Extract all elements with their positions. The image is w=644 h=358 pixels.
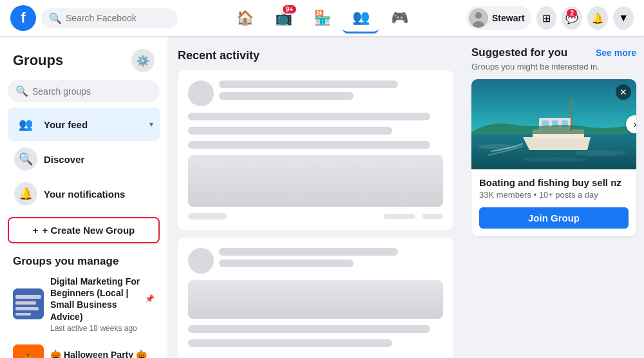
see-more-link[interactable]: See more (596, 48, 636, 58)
create-group-plus: + (33, 225, 39, 236)
video-badge: 9+ (283, 5, 296, 14)
apps-icon-btn[interactable]: ⊞ (536, 6, 557, 30)
blurred-avatar-2 (188, 248, 214, 274)
blurred-line (219, 248, 398, 256)
blurred-text-block-2 (219, 248, 443, 274)
messenger-btn[interactable]: 💬 2 (562, 6, 582, 30)
suggested-header: Suggested for you See more (471, 46, 636, 59)
join-group-button[interactable]: Join Group (479, 207, 629, 229)
blurred-image-block (188, 155, 443, 207)
svg-point-18 (523, 157, 587, 162)
pin-icon: 📌 (145, 294, 155, 305)
user-profile-btn[interactable]: Stewart (466, 6, 531, 30)
sidebar: Groups ⚙️ 🔍 👥 Your feed ▾ 🔍 Discover 🔔 Y… (0, 36, 167, 358)
sidebar-item-feed[interactable]: 👥 Your feed ▾ (8, 108, 160, 141)
discover-label: Discover (44, 154, 84, 165)
svg-rect-4 (15, 295, 41, 299)
gear-icon-btn[interactable]: ⚙️ (131, 49, 155, 72)
sidebar-item-discover[interactable]: 🔍 Discover (8, 142, 160, 176)
account-menu-btn[interactable]: ▼ (613, 6, 634, 30)
group-name-dmfb: Digital Marketing For Beginners (Local |… (50, 276, 155, 323)
blurred-row-2 (188, 248, 443, 274)
nav-home[interactable]: 🏠 (227, 3, 263, 33)
messenger-badge: 2 (567, 9, 577, 17)
blurred-react-1 (188, 213, 227, 220)
search-input[interactable] (66, 13, 170, 23)
activity-card-1 (178, 70, 453, 230)
page-body: Groups ⚙️ 🔍 👥 Your feed ▾ 🔍 Discover 🔔 Y… (0, 36, 644, 358)
feed-label: Your feed (44, 119, 88, 130)
search-groups-box[interactable]: 🔍 (8, 80, 160, 102)
blurred-text-block-1 (219, 80, 443, 106)
group-item-halloween[interactable]: 🎃 🎃 Halloween Party 🎃 Last active 19 wee… (8, 339, 160, 358)
nav-marketplace[interactable]: 🏪 (304, 3, 340, 33)
notifications-label: Your notifications (44, 189, 125, 200)
facebook-logo[interactable]: f (10, 5, 36, 31)
search-groups-input[interactable] (32, 86, 152, 97)
blurred-line (188, 325, 430, 333)
suggestion-name: Boating and fishing buy sell nz (479, 177, 629, 188)
sidebar-title-text: Groups (13, 52, 63, 69)
blurred-line (188, 127, 392, 135)
suggested-title: Suggested for you (471, 46, 567, 59)
blurred-reactions (188, 213, 443, 220)
create-group-label: + Create New Group (42, 225, 135, 236)
group-thumb-dmfb (13, 288, 44, 319)
svg-rect-7 (15, 313, 31, 316)
close-suggestion-btn[interactable]: ✕ (616, 84, 631, 100)
recent-activity-header: Recent activity (178, 49, 453, 62)
sidebar-title: Groups ⚙️ (8, 44, 160, 75)
svg-point-16 (478, 144, 516, 149)
main-content: Recent activity (167, 36, 464, 358)
blurred-react-3 (422, 214, 443, 219)
topnav-left: f 🔍 (10, 5, 178, 31)
suggestion-image: ✕ › (471, 79, 636, 169)
notifications-btn[interactable]: 🔔 (587, 6, 608, 30)
blurred-line (219, 259, 354, 267)
group-meta-dmfb: Last active 18 weeks ago (50, 324, 155, 333)
blurred-line (219, 80, 398, 88)
top-navigation: f 🔍 🏠 📺 9+ 🏪 👥 🎮 Stewart ⊞ 💬 2 🔔 ▼ (0, 0, 644, 36)
topnav-right: Stewart ⊞ 💬 2 🔔 ▼ (466, 6, 634, 30)
feed-chevron: ▾ (149, 120, 153, 129)
search-groups-icon: 🔍 (15, 85, 28, 97)
suggestion-card: ✕ › Boating and fishing buy sell nz 33K … (471, 79, 636, 236)
nav-groups[interactable]: 👥 (343, 3, 379, 33)
group-name-halloween: 🎃 Halloween Party 🎃 (50, 349, 155, 358)
discover-icon: 🔍 (14, 147, 37, 171)
search-icon: 🔍 (49, 12, 62, 24)
create-group-button[interactable]: + + Create New Group (8, 217, 160, 243)
suggestion-body: Boating and fishing buy sell nz 33K memb… (471, 169, 636, 236)
notifications-icon: 🔔 (14, 182, 37, 205)
blurred-react-2 (384, 214, 415, 219)
blurred-line (188, 113, 430, 120)
search-box[interactable]: 🔍 (41, 8, 178, 28)
blurred-avatar-1 (188, 80, 214, 106)
svg-rect-5 (15, 301, 36, 305)
activity-card-2 (178, 238, 453, 358)
topnav-center: 🏠 📺 9+ 🏪 👥 🎮 (178, 3, 466, 33)
blurred-image-block-2 (188, 280, 443, 319)
blurred-line (219, 92, 354, 100)
group-thumb-halloween: 🎃 (13, 344, 44, 358)
right-panel: Suggested for you See more Groups you mi… (464, 36, 644, 358)
svg-rect-6 (15, 307, 39, 310)
group-info-halloween: 🎃 Halloween Party 🎃 Last active 19 weeks… (50, 349, 155, 358)
nav-gaming[interactable]: 🎮 (381, 3, 417, 33)
suggestion-stats: 33K members • 10+ posts a day (479, 190, 629, 200)
avatar (469, 8, 488, 28)
manage-section-title: Groups you manage (8, 250, 160, 270)
blurred-line (188, 141, 430, 149)
group-info-dmfb: Digital Marketing For Beginners (Local |… (50, 276, 155, 333)
sidebar-item-notifications[interactable]: 🔔 Your notifications (8, 177, 160, 211)
group-item-dmfb[interactable]: Digital Marketing For Beginners (Local |… (8, 270, 160, 338)
blurred-line (188, 339, 392, 347)
user-name: Stewart (492, 13, 525, 23)
nav-video[interactable]: 📺 9+ (265, 3, 301, 33)
feed-icon: 👥 (14, 113, 37, 136)
blurred-row-1 (188, 80, 443, 106)
svg-point-17 (574, 150, 626, 156)
suggested-subtitle: Groups you might be interested in. (471, 62, 636, 71)
svg-text:🎃: 🎃 (19, 352, 38, 358)
svg-point-1 (475, 12, 482, 19)
